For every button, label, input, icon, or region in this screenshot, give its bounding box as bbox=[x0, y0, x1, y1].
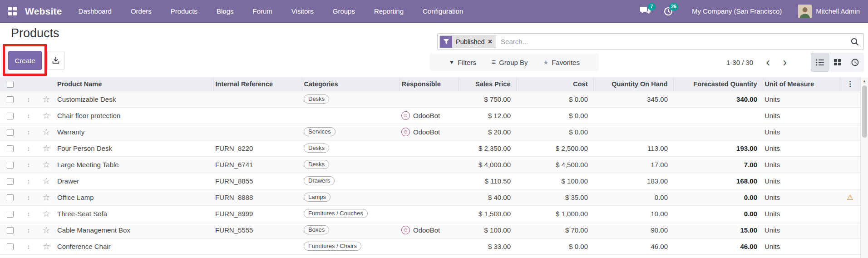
row-checkbox[interactable] bbox=[7, 243, 14, 250]
table-row[interactable]: ↕ ☆ Drawer FURN_8855 Drawers $ 110.50 $ … bbox=[0, 173, 860, 189]
header-categories[interactable]: Categories bbox=[302, 77, 399, 91]
menu-visitors[interactable]: Visitors bbox=[291, 7, 314, 15]
scrollbar-up-icon[interactable]: ▲ bbox=[861, 77, 868, 83]
header-responsible[interactable]: Responsible bbox=[399, 77, 459, 91]
favorite-star-icon[interactable]: ☆ bbox=[42, 176, 50, 186]
favorites-button[interactable]: ★ Favorites bbox=[543, 59, 580, 66]
column-options-icon[interactable]: ⋮ bbox=[847, 80, 854, 88]
menu-dashboard[interactable]: Dashboard bbox=[79, 7, 112, 15]
pager-previous-icon[interactable]: ‹ bbox=[761, 56, 774, 69]
row-checkbox[interactable] bbox=[7, 211, 14, 218]
product-name: Chair floor protection bbox=[57, 112, 120, 119]
menu-forum[interactable]: Forum bbox=[253, 7, 272, 15]
app-brand[interactable]: Website bbox=[25, 6, 62, 17]
header-sales-price[interactable]: Sales Price bbox=[459, 77, 516, 91]
menu-orders[interactable]: Orders bbox=[131, 7, 152, 15]
menu-reporting[interactable]: Reporting bbox=[374, 7, 404, 15]
favorite-star-icon[interactable]: ☆ bbox=[42, 127, 50, 137]
product-table: Product Name Internal Reference Categori… bbox=[0, 77, 860, 255]
product-name: Four Person Desk bbox=[57, 144, 112, 152]
row-checkbox[interactable] bbox=[7, 162, 14, 169]
table-row[interactable]: ↕ ☆ Large Meeting Table FURN_6741 Desks … bbox=[0, 156, 860, 173]
create-button[interactable]: Create bbox=[8, 51, 42, 70]
header-forecasted-quantity[interactable]: Forecasted Quantity bbox=[673, 77, 763, 91]
row-checkbox[interactable] bbox=[7, 96, 14, 103]
unit-of-measure: Units bbox=[764, 243, 780, 250]
internal-reference: FURN_5555 bbox=[215, 226, 253, 234]
table-row[interactable]: ↕ ☆ Cable Management Box FURN_5555 Boxes… bbox=[0, 222, 860, 238]
category-tag: Boxes bbox=[304, 225, 329, 234]
activity-clock-icon bbox=[851, 59, 859, 66]
drag-handle-icon[interactable]: ↕ bbox=[27, 178, 30, 185]
favorite-star-icon[interactable]: ☆ bbox=[42, 225, 50, 235]
menu-products[interactable]: Products bbox=[171, 7, 197, 15]
drag-handle-icon[interactable]: ↕ bbox=[27, 161, 30, 169]
drag-handle-icon[interactable]: ↕ bbox=[27, 96, 30, 103]
select-all-header[interactable] bbox=[0, 77, 20, 91]
column-options-header[interactable]: ⋮ bbox=[840, 77, 860, 91]
table-row[interactable]: ↕ ☆ Conference Chair Furnitures / Chairs… bbox=[0, 238, 860, 254]
drag-handle-icon[interactable]: ↕ bbox=[27, 243, 30, 250]
drag-handle-icon[interactable]: ↕ bbox=[27, 227, 30, 234]
list-view-button[interactable] bbox=[811, 53, 829, 72]
forecasted-quantity: 15.00 bbox=[740, 226, 757, 234]
sales-price: $ 110.50 bbox=[485, 177, 511, 185]
search-icon[interactable] bbox=[851, 38, 859, 46]
favorite-star-icon[interactable]: ☆ bbox=[42, 209, 50, 218]
drag-handle-icon[interactable]: ↕ bbox=[27, 210, 30, 218]
filters-button[interactable]: ▼ Filters bbox=[449, 59, 476, 66]
row-checkbox[interactable] bbox=[7, 194, 14, 201]
header-internal-reference[interactable]: Internal Reference bbox=[213, 77, 302, 91]
table-row[interactable]: ↕ ☆ Chair floor protection ☺ OdooBot $ 1… bbox=[0, 107, 860, 124]
drag-handle-icon[interactable]: ↕ bbox=[27, 145, 30, 152]
row-checkbox[interactable] bbox=[7, 129, 14, 136]
favorite-star-icon[interactable]: ☆ bbox=[42, 111, 50, 120]
drag-handle-icon[interactable]: ↕ bbox=[27, 194, 30, 201]
quantity-on-hand: 17.00 bbox=[651, 161, 668, 169]
table-row[interactable]: ↕ ☆ Three-Seat Sofa FURN_8999 Furnitures… bbox=[0, 205, 860, 222]
favorite-star-icon[interactable]: ☆ bbox=[42, 193, 50, 202]
cost: $ 2,500.00 bbox=[556, 144, 588, 152]
header-quantity-on-hand[interactable]: Quantity On Hand bbox=[593, 77, 673, 91]
activity-view-button[interactable] bbox=[846, 53, 864, 72]
table-row[interactable]: ↕ ☆ Office Lamp FURN_8888 Lamps $ 40.00 … bbox=[0, 189, 860, 205]
row-checkbox[interactable] bbox=[7, 145, 14, 152]
drag-handle-icon[interactable]: ↕ bbox=[27, 129, 30, 136]
table-row[interactable]: ↕ ☆ Customizable Desk Desks $ 750.00 $ 0… bbox=[0, 91, 860, 107]
kanban-view-button[interactable] bbox=[829, 53, 846, 72]
header-product-name[interactable]: Product Name bbox=[55, 77, 213, 91]
responsible-cell-content: ☺ OdooBot bbox=[401, 128, 440, 136]
menu-groups[interactable]: Groups bbox=[333, 7, 355, 15]
favorite-star-icon[interactable]: ☆ bbox=[42, 160, 50, 169]
vertical-scrollbar[interactable]: ▲ bbox=[860, 77, 868, 258]
cost: $ 1,000.00 bbox=[556, 210, 588, 218]
scrollbar-thumb[interactable] bbox=[862, 85, 867, 138]
pager-next-icon[interactable]: › bbox=[778, 56, 791, 69]
header-unit-of-measure[interactable]: Unit of Measure bbox=[763, 77, 840, 91]
messages-icon[interactable]: 7 bbox=[639, 5, 652, 17]
favorite-star-icon[interactable]: ☆ bbox=[42, 94, 50, 104]
select-all-checkbox[interactable] bbox=[7, 81, 14, 88]
menu-blogs[interactable]: Blogs bbox=[217, 7, 234, 15]
company-switcher[interactable]: My Company (San Francisco) bbox=[692, 7, 782, 15]
drag-handle-icon[interactable]: ↕ bbox=[27, 112, 30, 119]
header-cost[interactable]: Cost bbox=[516, 77, 593, 91]
table-row[interactable]: ↕ ☆ Four Person Desk FURN_8220 Desks $ 2… bbox=[0, 140, 860, 156]
cost: $ 0.00 bbox=[569, 112, 588, 119]
category-tag: Desks bbox=[304, 160, 329, 169]
table-row[interactable]: ↕ ☆ Warranty Services ☺ OdooBot $ 20.00 … bbox=[0, 124, 860, 140]
row-checkbox[interactable] bbox=[7, 227, 14, 234]
user-menu[interactable]: Mitchell Admin bbox=[798, 5, 860, 18]
facet-remove-icon[interactable]: × bbox=[488, 38, 492, 45]
group-by-button[interactable]: ≡ Group By bbox=[492, 58, 528, 66]
menu-configuration[interactable]: Configuration bbox=[423, 7, 463, 15]
export-button[interactable] bbox=[47, 51, 64, 70]
favorite-star-icon[interactable]: ☆ bbox=[42, 144, 50, 153]
row-checkbox[interactable] bbox=[7, 178, 14, 185]
favorite-star-icon[interactable]: ☆ bbox=[42, 242, 50, 251]
search-input[interactable] bbox=[496, 38, 851, 45]
apps-menu-icon[interactable] bbox=[8, 7, 17, 15]
unit-of-measure: Units bbox=[764, 177, 780, 185]
activities-icon[interactable]: 26 bbox=[662, 5, 675, 17]
row-checkbox[interactable] bbox=[7, 113, 14, 119]
